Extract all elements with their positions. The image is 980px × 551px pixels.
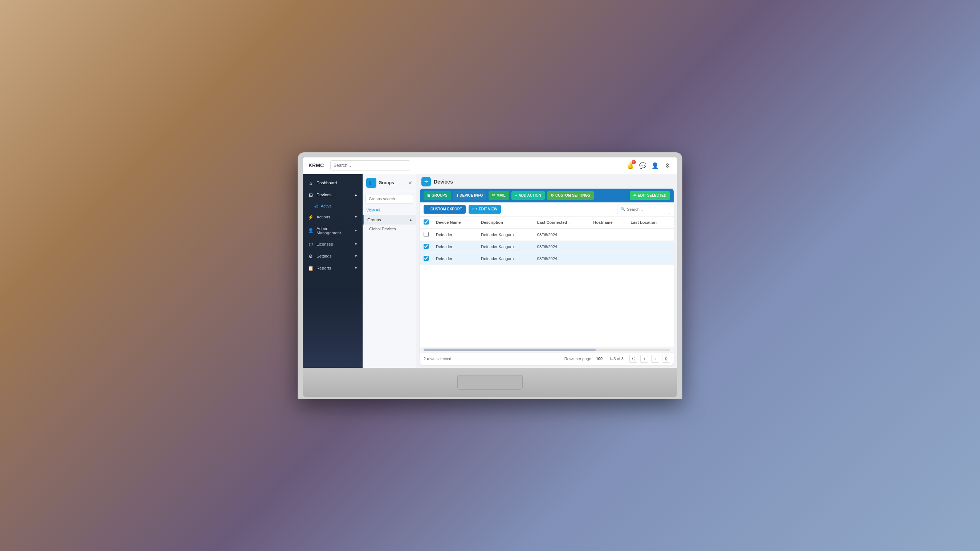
add-action-btn[interactable]: + ADD ACTION — [511, 191, 545, 200]
settings-nav-icon: ⚙ — [308, 254, 313, 259]
device-info-btn[interactable]: ℹ DEVICE INFO — [453, 191, 486, 200]
custom-settings-icon: ⚙ — [550, 193, 554, 197]
editview-label: EDIT VIEW — [479, 207, 497, 211]
sidebar-item-active[interactable]: ◎ Active — [314, 201, 363, 211]
prev-page-btn[interactable]: ‹ — [640, 355, 648, 363]
custom-export-btn[interactable]: ↓ CUSTOM EXPORT — [423, 205, 466, 214]
sidebar-label-dashboard: Dashboard — [317, 181, 337, 185]
first-page-btn[interactable]: ⟨⟨ — [629, 355, 637, 363]
sidebar-item-admin[interactable]: 👤 Admin Management ▼ — [303, 223, 363, 238]
app: KRMC 🔔 1 💬 👤 ⚙ ⌂ Da — [303, 157, 677, 368]
table-search-icon: 🔍 — [620, 207, 625, 211]
row3-device-name: Defender — [432, 252, 477, 264]
laptop-screen: KRMC 🔔 1 💬 👤 ⚙ ⌂ Da — [303, 157, 677, 368]
groups-action-btn[interactable]: ⊞ GROUPS — [423, 191, 451, 200]
scroll-thumb[interactable] — [423, 349, 596, 351]
row1-last-connected: 03/08/2024 — [533, 229, 590, 241]
edit-selected-btn[interactable]: ✏ EDIT SELECTED — [630, 191, 670, 200]
rows-per-page-value: 100 — [596, 357, 603, 361]
row3-checkbox[interactable] — [423, 256, 429, 261]
row2-hostname — [590, 240, 627, 252]
mail-btn[interactable]: ✉ MAIL — [488, 191, 509, 200]
sidebar-label-devices: Devices — [317, 193, 331, 197]
settings-icon[interactable]: ⚙ — [663, 161, 671, 169]
data-table: Device Name Description Last Connected ↓ — [420, 216, 674, 347]
content-area: ✛ Devices ⊞ GROUPS ℹ DEVICE IN — [416, 174, 677, 368]
device-info-label: DEVICE INFO — [460, 193, 483, 197]
table-row: Defender Defender Kanguru 03/08/2024 — [420, 252, 674, 264]
sidebar-sub-devices: ◎ Active — [303, 201, 363, 211]
topbar-search-input[interactable] — [330, 160, 410, 170]
content-header: ✛ Devices — [416, 174, 677, 189]
row1-select-cell — [420, 229, 432, 241]
select-all-checkbox[interactable] — [423, 219, 429, 224]
sidebar-item-devices[interactable]: ⊞ Devices ▲ — [303, 189, 363, 201]
content-title: Devices — [434, 179, 453, 185]
action-bar: ⊞ GROUPS ℹ DEVICE INFO ✉ MAIL — [420, 189, 674, 202]
devices-table: Device Name Description Last Connected ↓ — [420, 216, 674, 265]
row1-last-location — [627, 229, 674, 241]
groups-btn-icon: ⊞ — [427, 193, 430, 197]
active-icon: ◎ — [314, 203, 318, 209]
message-icon[interactable]: 💬 — [639, 161, 647, 169]
topbar: KRMC 🔔 1 💬 👤 ⚙ — [303, 157, 677, 174]
sidebar-label-admin: Admin Management — [317, 226, 352, 235]
edit-view-btn[interactable]: ⟷ EDIT VIEW — [469, 205, 501, 214]
table-body: Defender Defender Kanguru 03/08/2024 — [420, 229, 674, 265]
groups-search-input[interactable] — [366, 194, 413, 203]
mail-icon: ✉ — [492, 193, 495, 197]
custom-settings-btn[interactable]: ⚙ CUSTOM SETTINGS — [547, 191, 594, 200]
laptop-trackpad — [457, 375, 523, 390]
sidebar-label-licenses: Licenses — [317, 242, 333, 246]
export-label: CUSTOM EXPORT — [431, 207, 462, 211]
header-select — [420, 216, 432, 229]
sidebar-item-actions[interactable]: ⚡ Actions ▼ — [303, 211, 363, 223]
table-row: Defender Defender Kanguru 03/08/2024 — [420, 229, 674, 241]
devices-card: ⊞ GROUPS ℹ DEVICE INFO ✉ MAIL — [420, 189, 674, 365]
sidebar-item-licenses[interactable]: 🏷 Licenses ▼ — [303, 238, 363, 250]
table-search-input[interactable] — [627, 207, 667, 211]
last-page-btn[interactable]: ⟩⟩ — [662, 355, 670, 363]
header-last-connected[interactable]: Last Connected ↓ — [533, 216, 590, 229]
groups-view-all[interactable]: View All — [363, 206, 416, 215]
row2-description: Defender Kanguru — [477, 240, 533, 252]
table-row: Defender Defender Kanguru 03/08/2024 — [420, 240, 674, 252]
groups-panel: 👥 Groups ✕ View All Groups ▲ Global Devi… — [363, 174, 416, 368]
app-logo: KRMC — [309, 162, 324, 168]
pagination-bar: 2 rows selected Rows per page: 100 1–3 o… — [420, 352, 674, 365]
rows-selected-label: 2 rows selected — [423, 357, 451, 361]
row3-last-location — [627, 252, 674, 264]
row1-device-name: Defender — [432, 229, 477, 241]
row3-select-cell — [420, 252, 432, 264]
sidebar-label-settings: Settings — [317, 254, 332, 258]
licenses-chevron: ▼ — [354, 242, 358, 246]
groups-item-label: Groups — [368, 218, 381, 222]
actions-chevron: ▼ — [354, 215, 358, 219]
sidebar-item-dashboard[interactable]: ⌂ Dashboard — [303, 177, 363, 189]
user-icon[interactable]: 👤 — [651, 161, 659, 169]
licenses-icon: 🏷 — [308, 241, 313, 247]
groups-icon-btn[interactable]: 👥 — [366, 178, 376, 188]
edit-label: EDIT SELECTED — [638, 193, 667, 197]
groups-close-icon[interactable]: ✕ — [408, 180, 412, 186]
sidebar-label-actions: Actions — [317, 215, 330, 219]
row3-description: Defender Kanguru — [477, 252, 533, 264]
add-action-icon: + — [515, 193, 517, 197]
export-icon: ↓ — [427, 207, 429, 211]
next-page-btn[interactable]: › — [651, 355, 659, 363]
sidebar-item-reports[interactable]: 📋 Reports ▼ — [303, 262, 363, 274]
header-last-location: Last Location — [627, 216, 674, 229]
row2-checkbox[interactable] — [423, 244, 429, 249]
custom-settings-label: CUSTOM SETTINGS — [555, 193, 590, 197]
sidebar-item-settings[interactable]: ⚙ Settings ▼ — [303, 250, 363, 262]
groups-list-item-groups[interactable]: Groups ▲ — [363, 215, 416, 224]
laptop-base — [303, 368, 677, 397]
row1-checkbox[interactable] — [423, 232, 429, 237]
groups-sub-item-global[interactable]: Global Devices — [363, 224, 416, 233]
edit-icon: ✏ — [633, 193, 636, 197]
row1-description: Defender Kanguru — [477, 229, 533, 241]
row3-last-connected: 03/08/2024 — [533, 252, 590, 264]
row1-hostname — [590, 229, 627, 241]
notification-icon[interactable]: 🔔 1 — [627, 161, 635, 169]
header-description: Description — [477, 216, 533, 229]
